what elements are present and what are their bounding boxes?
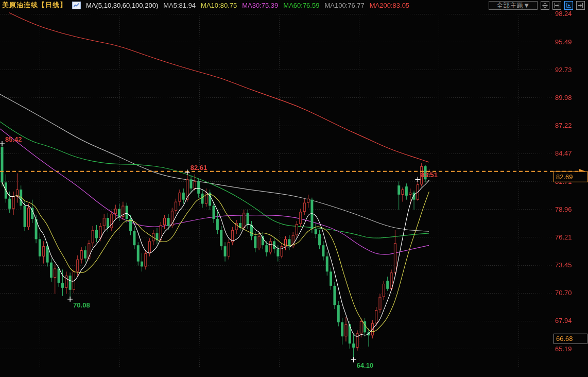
fit-width-icon [554, 3, 560, 8]
jump-to-latest-button[interactable] [576, 1, 585, 10]
move-icon [542, 3, 548, 8]
jump-to-latest-icon [578, 3, 583, 8]
theme-dropdown[interactable]: 全部主题▼ [489, 1, 538, 10]
chart-canvas[interactable] [0, 0, 588, 377]
trading-chart-window: 美原油连续【日线】 MA(5,10,30,60,100,200) MA5:81.… [0, 0, 588, 377]
auto-scale-icon [566, 3, 572, 8]
chart-toolbar: 全部主题▼ [489, 1, 585, 10]
move-tool-button[interactable] [541, 1, 549, 10]
auto-scale-button[interactable] [564, 1, 573, 10]
fit-width-button[interactable] [552, 1, 561, 10]
